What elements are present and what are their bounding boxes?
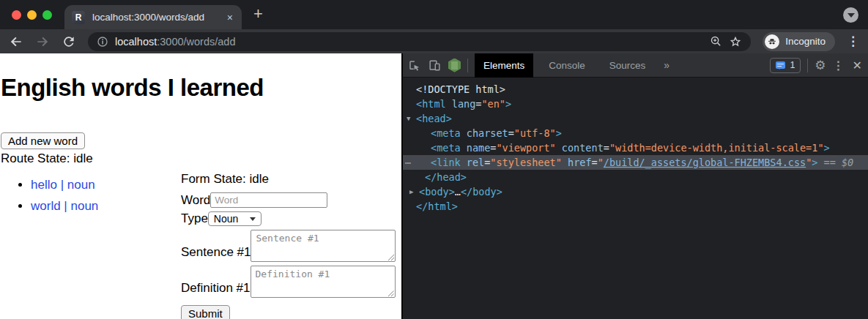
device-toolbar-icon[interactable]	[428, 59, 442, 72]
page-info-icon[interactable]	[97, 36, 108, 48]
traffic-lights	[12, 10, 52, 20]
dom-tree-code: <meta charset="utf-8">	[403, 127, 562, 139]
add-word-form: Form State: idle Word Type Noun Sentence…	[181, 172, 396, 319]
chevron-down-icon	[847, 13, 855, 21]
devtools-toolbar: Elements Console Sources » 1 ⚙ ⋮ ✕	[403, 53, 868, 78]
more-tabs-button[interactable]: »	[661, 59, 672, 71]
reload-button[interactable]	[62, 34, 76, 49]
page-title: English words I learned	[1, 74, 264, 102]
browser-window: R localhost:3000/words/add × + localhost…	[0, 0, 868, 319]
devtools-panel: Elements Console Sources » 1 ⚙ ⋮ ✕ <!DOC…	[401, 53, 868, 319]
devtools-menu-icon[interactable]: ⋮	[833, 59, 845, 72]
web-page: English words I learned Add new word Rou…	[0, 53, 401, 319]
address-bar[interactable]: localhost:3000/words/add	[88, 32, 751, 51]
list-item: hello | noun	[31, 178, 98, 192]
dom-tree-code: <link rel="stylesheet" href="/build/_ass…	[403, 157, 853, 168]
dom-tree: <!DOCTYPE html><html lang="en">▼<head><m…	[403, 78, 868, 319]
dom-tree-code: <body>…</body>	[403, 186, 502, 198]
type-label: Type	[181, 211, 208, 226]
nodejs-devtools-icon[interactable]	[448, 59, 461, 72]
chevron-down-icon	[250, 217, 256, 224]
word-label: Word	[181, 193, 210, 208]
devtools-close-icon[interactable]: ✕	[853, 59, 862, 72]
inspect-element-icon[interactable]	[407, 59, 421, 72]
message-bubble-icon	[776, 61, 785, 69]
divider	[467, 59, 468, 72]
word-list: hello | noun world | noun	[0, 178, 98, 220]
tab-elements[interactable]: Elements	[475, 53, 533, 78]
gutter-dots-icon[interactable]: ⋯	[405, 155, 409, 170]
dom-tree-code: </html>	[403, 200, 458, 212]
url-text: localhost:3000/words/add	[115, 36, 235, 48]
dom-tree-row[interactable]: ⋯<link rel="stylesheet" href="/build/_as…	[403, 155, 868, 170]
dom-tree-row[interactable]: ▶<body>…</body>	[403, 184, 868, 199]
word-link-hello[interactable]: hello | noun	[31, 178, 95, 192]
titlebar: R localhost:3000/words/add × +	[0, 0, 868, 29]
definition-label: Definition #1	[181, 281, 251, 296]
route-state-text: Route State: idle	[1, 151, 93, 166]
dom-tree-row[interactable]: <html lang="en">	[403, 97, 868, 111]
settings-gear-icon[interactable]: ⚙	[815, 58, 826, 73]
back-button[interactable]	[9, 34, 23, 49]
issues-count: 1	[790, 60, 795, 70]
tab-close-icon[interactable]: ×	[226, 12, 234, 23]
form-state-text: Form State: idle	[181, 172, 396, 187]
submit-button[interactable]: Submit	[181, 305, 230, 319]
word-link-world[interactable]: world | noun	[31, 199, 98, 213]
list-item: world | noun	[31, 199, 98, 214]
dom-tree-row[interactable]: <meta charset="utf-8">	[403, 126, 868, 140]
forward-button[interactable]	[35, 34, 50, 49]
sentence-textarea[interactable]	[251, 230, 396, 262]
issues-badge[interactable]: 1	[770, 58, 801, 73]
tab-title: localhost:3000/words/add	[92, 12, 226, 23]
dom-tree-row[interactable]: </head>	[403, 170, 868, 184]
collapse-arrow-icon[interactable]: ▼	[407, 111, 410, 126]
dom-tree-code: <!DOCTYPE html>	[403, 83, 505, 95]
type-select[interactable]: Noun	[208, 211, 261, 226]
word-input[interactable]	[210, 192, 327, 208]
browser-tab[interactable]: R localhost:3000/words/add ×	[64, 5, 242, 29]
dom-tree-row[interactable]: <meta name="viewport" content="width=dev…	[403, 140, 868, 155]
dom-tree-code: <html lang="en">	[403, 98, 511, 110]
incognito-label: Incognito	[785, 36, 826, 47]
expand-arrow-icon[interactable]: ▶	[409, 184, 413, 199]
close-window-button[interactable]	[12, 10, 21, 20]
dom-tree-row[interactable]: <!DOCTYPE html>	[403, 82, 868, 97]
new-tab-button[interactable]: +	[253, 3, 263, 25]
maximize-window-button[interactable]	[42, 10, 52, 20]
definition-textarea[interactable]	[251, 266, 396, 298]
tab-search-button[interactable]	[843, 7, 858, 23]
add-new-word-button[interactable]: Add new word	[1, 132, 85, 149]
type-select-value: Noun	[214, 213, 238, 225]
browser-toolbar: localhost:3000/words/add I	[0, 29, 868, 53]
incognito-badge: Incognito	[763, 32, 835, 51]
minimize-window-button[interactable]	[27, 10, 37, 20]
dom-tree-code: <meta name="viewport" content="width=dev…	[403, 142, 830, 154]
zoom-icon[interactable]	[710, 35, 722, 48]
remix-favicon-icon: R	[72, 11, 85, 24]
bookmark-star-icon[interactable]	[729, 35, 742, 48]
browser-menu-button[interactable]: ⋮	[847, 34, 859, 49]
divider	[807, 59, 808, 72]
tab-sources[interactable]: Sources	[601, 53, 655, 78]
dom-tree-row[interactable]: </html>	[403, 199, 868, 214]
incognito-icon	[765, 34, 779, 49]
dom-tree-row[interactable]: ▼<head>	[403, 111, 868, 126]
dom-tree-code: </head>	[403, 171, 467, 183]
sentence-label: Sentence #1	[181, 245, 251, 260]
tab-console[interactable]: Console	[540, 53, 594, 78]
